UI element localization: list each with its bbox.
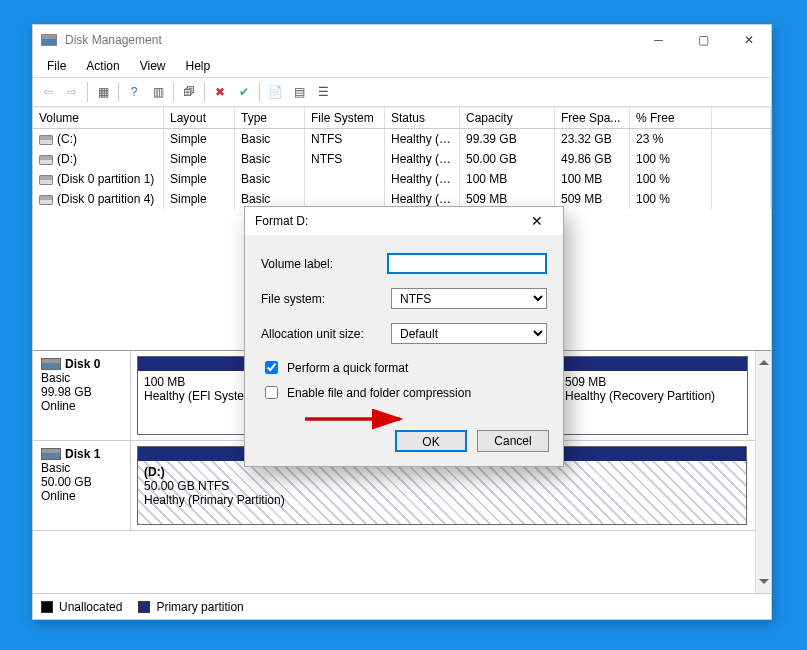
partition[interactable]: 509 MBHealthy (Recovery Partition) <box>558 356 748 435</box>
help-icon[interactable]: ? <box>123 81 145 103</box>
table-row[interactable]: (C:)SimpleBasicNTFSHealthy (B...99.39 GB… <box>33 129 771 149</box>
list-icon[interactable]: ☰ <box>312 81 334 103</box>
grid-icon[interactable]: ▦ <box>92 81 114 103</box>
table-row[interactable]: (Disk 0 partition 1)SimpleBasicHealthy (… <box>33 169 771 189</box>
unallocated-swatch <box>41 601 53 613</box>
menu-help[interactable]: Help <box>178 57 219 75</box>
forward-icon: ⇨ <box>61 81 83 103</box>
compression-checkbox[interactable] <box>265 386 278 399</box>
properties-icon[interactable]: 🗊 <box>178 81 200 103</box>
partition[interactable]: 100 MBHealthy (EFI System <box>137 356 245 435</box>
volume-list-header: Volume Layout Type File System Status Ca… <box>33 107 771 129</box>
layout-icon[interactable]: ▥ <box>147 81 169 103</box>
dialog-titlebar[interactable]: Format D: ✕ <box>245 207 563 235</box>
titlebar[interactable]: Disk Management ─ ▢ ✕ <box>33 25 771 55</box>
volume-label-label: Volume label: <box>261 257 387 271</box>
allocation-size-select[interactable]: Default <box>391 323 547 344</box>
toolbar: ⇦ ⇨ ▦ ? ▥ 🗊 ✖ ✔ 📄 ▤ ☰ <box>33 77 771 107</box>
maximize-button[interactable]: ▢ <box>681 26 726 54</box>
menu-file[interactable]: File <box>39 57 74 75</box>
col-type[interactable]: Type <box>235 107 305 128</box>
new-icon[interactable]: 📄 <box>264 81 286 103</box>
quick-format-checkbox[interactable] <box>265 361 278 374</box>
minimize-button[interactable]: ─ <box>636 26 681 54</box>
check-icon[interactable]: ✔ <box>233 81 255 103</box>
col-status[interactable]: Status <box>385 107 460 128</box>
col-capacity[interactable]: Capacity <box>460 107 555 128</box>
menu-action[interactable]: Action <box>78 57 127 75</box>
allocation-size-label: Allocation unit size: <box>261 327 391 341</box>
dialog-title: Format D: <box>251 214 517 228</box>
delete-icon[interactable]: ✖ <box>209 81 231 103</box>
compression-label: Enable file and folder compression <box>287 386 471 400</box>
table-row[interactable]: (D:)SimpleBasicNTFSHealthy (P...50.00 GB… <box>33 149 771 169</box>
file-system-select[interactable]: NTFS <box>391 288 547 309</box>
col-free[interactable]: Free Spa... <box>555 107 630 128</box>
scrollbar[interactable] <box>755 351 771 593</box>
back-icon: ⇦ <box>37 81 59 103</box>
col-filesystem[interactable]: File System <box>305 107 385 128</box>
close-button[interactable]: ✕ <box>726 26 771 54</box>
primary-swatch <box>138 601 150 613</box>
window-title: Disk Management <box>65 33 636 47</box>
ok-button[interactable]: OK <box>395 430 467 452</box>
quick-format-label: Perform a quick format <box>287 361 408 375</box>
settings-icon[interactable]: ▤ <box>288 81 310 103</box>
arrow-annotation <box>305 410 415 431</box>
volume-label-input[interactable] <box>387 253 547 274</box>
legend: Unallocated Primary partition <box>33 593 771 619</box>
file-system-label: File system: <box>261 292 391 306</box>
cancel-button[interactable]: Cancel <box>477 430 549 452</box>
col-volume[interactable]: Volume <box>33 107 164 128</box>
menu-view[interactable]: View <box>132 57 174 75</box>
col-layout[interactable]: Layout <box>164 107 235 128</box>
col-pfree[interactable]: % Free <box>630 107 712 128</box>
app-icon <box>41 34 57 46</box>
dialog-close-button[interactable]: ✕ <box>517 213 557 229</box>
menubar: File Action View Help <box>33 55 771 77</box>
